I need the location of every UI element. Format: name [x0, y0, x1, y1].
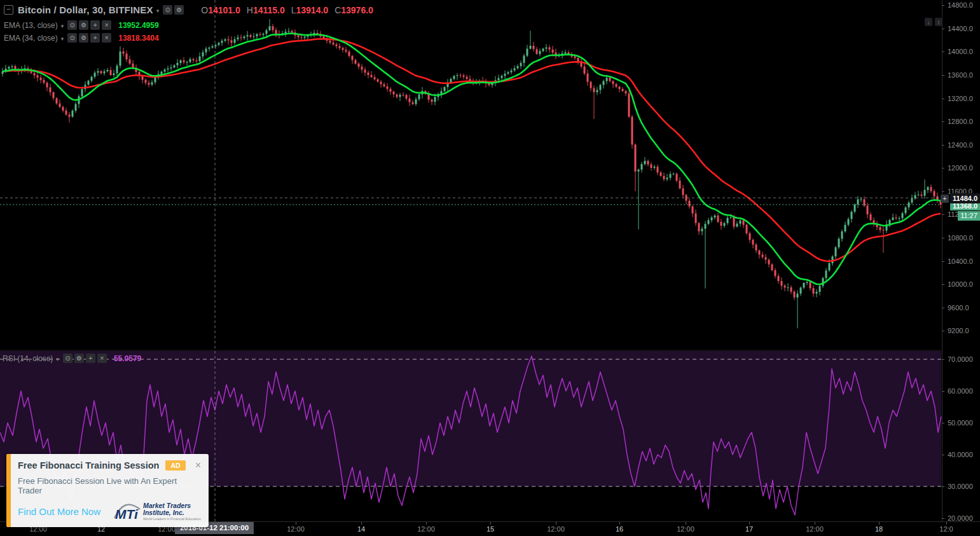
plus-icon[interactable]: + [86, 354, 95, 363]
time-axis-tick [619, 522, 620, 525]
axis-price-label: 9600.0 [948, 304, 969, 312]
low-label: L [291, 5, 296, 15]
axis-time-label: 16 [616, 525, 623, 533]
close-label: C [335, 5, 341, 15]
axis-price-label: 40.0000 [948, 451, 973, 458]
indicator-row-rsi: RSI (14, close) ▾ ⊙ ⚙ + × 55.0579 [3, 354, 141, 363]
price-axis-tick [942, 168, 944, 168]
price-axis-tick [942, 359, 944, 360]
axis-price-label: 20.0000 [948, 514, 973, 522]
axis-price-label: 30.0000 [948, 483, 973, 490]
chevron-down-icon[interactable]: ▾ [61, 23, 64, 29]
axis-time-label: 12:0 [939, 525, 953, 533]
indicator-row-ema13: EMA (13, close) ▾ ⊙ ⚙ + × 13952.4959 [4, 20, 159, 30]
chevron-down-icon[interactable]: ▾ [56, 356, 59, 362]
time-axis-tick [946, 522, 947, 525]
trading-chart-app: 14800.014400.014000.013600.013200.012800… [0, 0, 980, 536]
axis-price-label: 13200.0 [948, 95, 973, 102]
indicator-label[interactable]: RSI (14, close) [3, 354, 53, 363]
axis-price-label: 70.0000 [948, 355, 973, 363]
indicator-value: 13952.4959 [118, 21, 158, 30]
plus-icon[interactable]: + [90, 20, 100, 30]
time-axis-tick [296, 522, 296, 525]
eye-icon[interactable]: ⊙ [163, 5, 172, 15]
ohlc-readout: O14101.0H14115.0L13914.0C13976.0 [192, 5, 373, 15]
symbol-title[interactable]: Bitcoin / Dollar, 30, BITFINEX [18, 4, 153, 15]
ad-accent-stripe [6, 454, 11, 527]
price-axis-tick [942, 261, 944, 262]
price-axis-tick [942, 284, 944, 285]
time-axis-tick [556, 522, 556, 525]
price-axis-tick [942, 75, 944, 76]
collapse-pane-icon[interactable]: − [4, 5, 13, 15]
price-axis-tick [942, 191, 944, 192]
axis-price-label: 14400.0 [948, 25, 973, 32]
axis-price-label: 10400.0 [948, 258, 973, 265]
time-axis-tick [490, 522, 491, 525]
axis-price-label: 10000.0 [948, 280, 973, 288]
time-axis-tick [686, 522, 686, 525]
price-axis-tick [942, 518, 944, 519]
chevron-down-icon[interactable]: ▾ [61, 36, 64, 42]
indicator-value: 13818.3404 [118, 34, 158, 43]
gear-icon[interactable]: ⚙ [74, 354, 84, 363]
symbol-header: − Bitcoin / Dollar, 30, BITFINEX ▾ ⊙ ⚙ O… [4, 4, 373, 15]
price-axis-tick [942, 308, 944, 308]
close-icon[interactable]: × [97, 354, 107, 363]
eye-icon[interactable]: ⊙ [67, 33, 77, 43]
price-axis-tick [942, 99, 944, 99]
axis-price-label: 14800.0 [948, 1, 973, 9]
axis-price-label: 50.0000 [948, 419, 973, 427]
price-axis-tick [942, 455, 944, 455]
ad-body-text: Free Fibonacci Session Live with An Expe… [18, 476, 201, 495]
ad-badge: AD [165, 460, 185, 471]
axis-price-label: 12000.0 [948, 164, 973, 172]
chevron-down-icon[interactable]: ▾ [156, 8, 160, 14]
scale-arrows-updown-icon[interactable]: ↕ [935, 18, 942, 26]
ad-panel: Free Fibonacci Training Session AD × Fre… [6, 454, 209, 527]
close-icon[interactable]: × [195, 461, 201, 470]
price-axis-tick [942, 238, 944, 238]
mti-logo-word: MTi [115, 508, 138, 521]
time-axis-tick [749, 522, 750, 525]
open-label: O [201, 5, 208, 15]
close-value: 13976.0 [341, 5, 373, 15]
indicator-row-ema34: EMA (34, close) ▾ ⊙ ⚙ + × 13818.3404 [4, 33, 159, 43]
ad-cta-link[interactable]: Find Out More Now [18, 506, 100, 517]
axis-time-label: 12:00 [806, 525, 824, 533]
eye-icon[interactable]: ⊙ [63, 354, 72, 363]
mti-logo-line2: Institute, Inc. [143, 509, 201, 516]
price-axis-tick [942, 214, 944, 215]
open-value: 14101.0 [208, 5, 240, 15]
indicator-label[interactable]: EMA (34, close) [4, 34, 58, 43]
price-axis-tick [942, 486, 944, 487]
axis-price-label: 14000.0 [948, 48, 973, 55]
eye-icon[interactable]: ⊙ [67, 20, 77, 30]
close-icon[interactable]: × [102, 33, 111, 43]
axis-price-label: 12400.0 [948, 141, 973, 149]
axis-time-label: 18 [875, 525, 883, 533]
price-axis-tick [942, 145, 944, 146]
price-axis-tick [942, 391, 944, 392]
gear-icon[interactable]: ⚙ [174, 5, 184, 15]
indicator-value: 55.0579 [114, 354, 141, 363]
mti-logo: MTi Market Traders Institute, Inc. World… [114, 502, 201, 521]
time-axis-tick [879, 522, 880, 525]
high-label: H [247, 5, 253, 15]
gear-icon[interactable]: ⚙ [79, 20, 88, 30]
indicator-label[interactable]: EMA (13, close) [4, 21, 58, 30]
plus-icon[interactable]: + [90, 33, 100, 43]
add-alert-plus-button[interactable]: + [941, 195, 949, 203]
ad-title: Free Fibonacci Training Session [18, 460, 159, 471]
axis-time-label: 12:00 [287, 525, 305, 533]
close-icon[interactable]: × [102, 20, 111, 30]
axis-price-label: 9200.0 [948, 327, 969, 334]
scale-arrow-down-icon[interactable]: ↓ [925, 18, 932, 26]
time-axis-tick [361, 522, 362, 525]
price-axis-tick [942, 423, 944, 423]
gear-icon[interactable]: ⚙ [79, 33, 88, 43]
axis-time-label: 14 [357, 525, 365, 533]
axis-price-label: 12800.0 [948, 118, 973, 125]
low-value: 13914.0 [296, 5, 329, 15]
mti-logo-tagline: World Leaders in Financial Education [143, 517, 201, 521]
